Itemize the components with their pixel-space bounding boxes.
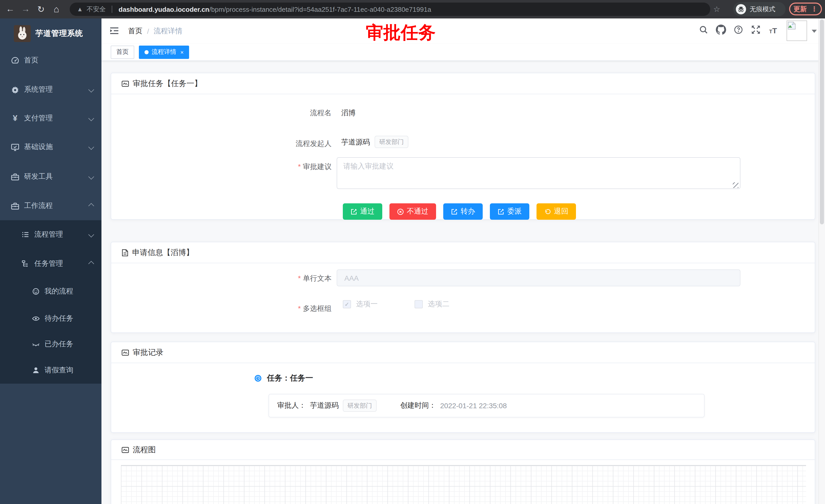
- main-area: 首页 / 流程详情 审批任务 TT: [101, 18, 825, 504]
- active-dot-icon: [145, 50, 149, 54]
- tag-label: 流程详情: [152, 48, 176, 56]
- sidebar-item-leave-query[interactable]: 请假查询: [0, 357, 101, 384]
- security-label: 不安全: [87, 5, 106, 14]
- button-label: 退回: [554, 207, 568, 216]
- return-button[interactable]: 退回: [536, 203, 576, 220]
- checkbox-checked-icon: ✓: [343, 300, 351, 308]
- forward-icon[interactable]: →: [18, 0, 33, 18]
- update-button[interactable]: 更新 ⋮: [789, 3, 822, 15]
- sidebar: 芋道管理系统 首页 系统管理 ¥ 支付管理 基础设施: [0, 18, 101, 504]
- picture-icon: [122, 446, 129, 453]
- initiator-value: 芋道源码 研发部门: [341, 136, 408, 148]
- sidebar-item-done-tasks[interactable]: 已办任务: [0, 331, 101, 357]
- eye-icon: [32, 315, 40, 323]
- chevron-down-icon: [88, 232, 94, 238]
- avatar[interactable]: [786, 20, 807, 41]
- process-name-label: 流程名: [122, 107, 331, 118]
- check-glyph: ✓: [345, 302, 349, 307]
- reject-button[interactable]: 不通过: [389, 203, 436, 220]
- screen: ← → ↻ ⌂ ▲ 不安全 dashboard.yudao.iocoder.cn…: [0, 0, 825, 504]
- tag-process-detail[interactable]: 流程详情 ×: [139, 45, 189, 59]
- search-icon[interactable]: [699, 25, 708, 36]
- process-diagram-card: 流程图: [111, 439, 815, 504]
- user-icon: [32, 366, 40, 374]
- annotation-text: 审批任务: [366, 21, 436, 45]
- textarea-resize-handle[interactable]: [733, 182, 738, 188]
- hamburger-icon[interactable]: [109, 26, 120, 37]
- scrollbar-thumb[interactable]: [820, 19, 824, 224]
- sidebar-item-workflow[interactable]: 工作流程: [0, 191, 101, 220]
- reload-icon[interactable]: ↻: [34, 0, 48, 18]
- record-item: 审批人： 芋道源码 研发部门 创建时间： 2022-01-21 22:35:08: [269, 394, 704, 417]
- sidebar-item-label: 基础设施: [24, 142, 53, 152]
- required-asterisk: *: [298, 304, 301, 313]
- monitor-icon: [11, 143, 19, 151]
- pass-button[interactable]: 通过: [343, 203, 382, 220]
- sidebar-item-system[interactable]: 系统管理: [0, 75, 101, 104]
- required-asterisk: *: [298, 274, 301, 282]
- sidebar-item-label: 我的流程: [45, 287, 73, 296]
- help-icon[interactable]: [734, 25, 743, 36]
- chevron-down-icon: [88, 115, 94, 121]
- created-label: 创建时间：: [400, 401, 436, 410]
- card-title: 流程图: [133, 445, 156, 454]
- sidebar-item-task-management[interactable]: 任务管理: [0, 249, 101, 278]
- bookmark-star-icon[interactable]: ☆: [713, 5, 720, 14]
- browser-toolbar: ← → ↻ ⌂ ▲ 不安全 dashboard.yudao.iocoder.cn…: [0, 0, 825, 18]
- home-icon[interactable]: ⌂: [49, 0, 64, 18]
- page-scrollbar[interactable]: [818, 18, 825, 504]
- org-tree-icon: [21, 260, 30, 268]
- suggest-textarea[interactable]: [336, 157, 740, 189]
- avatar-caret-icon[interactable]: [812, 30, 817, 35]
- chevron-down-icon: [88, 87, 94, 93]
- approval-records-card: 审批记录 任务：任务一 审批人： 芋道源码 研发部门 创建时间： 2022-01…: [111, 342, 815, 433]
- card-header: 审批记录: [111, 342, 815, 363]
- circle-close-icon: [397, 208, 404, 215]
- edit-icon: [351, 208, 357, 215]
- text-label-text: 单行文本: [303, 274, 331, 282]
- tag-home[interactable]: 首页: [111, 45, 134, 59]
- yen-icon: ¥: [11, 114, 19, 123]
- task-title: 任务：任务一: [267, 373, 313, 383]
- checkbox-group-label: *多选框组: [122, 303, 331, 314]
- sidebar-item-infra[interactable]: 基础设施: [0, 133, 101, 161]
- suggest-label: *审批建议: [122, 161, 331, 172]
- sidebar-item-my-process[interactable]: 我的流程: [0, 278, 101, 305]
- card-title: 申请信息【滔博】: [132, 248, 194, 257]
- incognito-icon: [736, 4, 746, 14]
- button-label: 通过: [360, 207, 375, 216]
- address-bar[interactable]: ▲ 不安全 dashboard.yudao.iocoder.cn/bpm/pro…: [70, 3, 710, 16]
- transfer-button[interactable]: 转办: [443, 203, 483, 220]
- delegate-button[interactable]: 委派: [490, 203, 529, 220]
- suggest-label-text: 审批建议: [303, 162, 331, 171]
- font-size-icon[interactable]: TT: [769, 26, 777, 35]
- initiator-name: 芋道源码: [341, 137, 370, 147]
- app-title: 芋道管理系统: [35, 28, 83, 38]
- sidebar-item-pay[interactable]: ¥ 支付管理: [0, 104, 101, 133]
- browser-menu-icon[interactable]: ⋮: [811, 5, 818, 13]
- fullscreen-icon[interactable]: [751, 25, 760, 36]
- back-icon[interactable]: ←: [3, 0, 17, 18]
- app-logo[interactable]: 芋道管理系统: [0, 18, 101, 48]
- document-icon: [122, 249, 129, 256]
- dashboard-icon: [11, 56, 19, 65]
- close-icon[interactable]: ×: [180, 49, 184, 55]
- github-icon[interactable]: [716, 24, 726, 36]
- url-text: dashboard.yudao.iocoder.cn/bpm/process-i…: [119, 5, 431, 13]
- sidebar-item-home[interactable]: 首页: [0, 46, 101, 75]
- chevron-up-icon: [88, 261, 94, 267]
- sidebar-item-process-management[interactable]: 流程管理: [0, 220, 101, 249]
- sidebar-item-label: 已办任务: [45, 340, 73, 349]
- application-info-card: 申请信息【滔博】 *单行文本 *多选框组 ✓ 选项一 选项二: [111, 242, 815, 333]
- gear-icon: [11, 85, 19, 94]
- eye-closed-icon: [32, 340, 40, 348]
- breadcrumb: 首页 / 流程详情: [128, 27, 182, 36]
- button-label: 不通过: [407, 207, 428, 216]
- sidebar-item-label: 系统管理: [24, 85, 53, 94]
- url-host: dashboard.yudao.iocoder.cn: [119, 5, 209, 13]
- sidebar-item-devtools[interactable]: 研发工具: [0, 162, 101, 191]
- created-time: 2022-01-21 22:35:08: [440, 402, 507, 410]
- sidebar-item-label: 请假查询: [45, 366, 73, 375]
- sidebar-item-todo-tasks[interactable]: 待办任务: [0, 305, 101, 332]
- breadcrumb-home[interactable]: 首页: [128, 27, 142, 36]
